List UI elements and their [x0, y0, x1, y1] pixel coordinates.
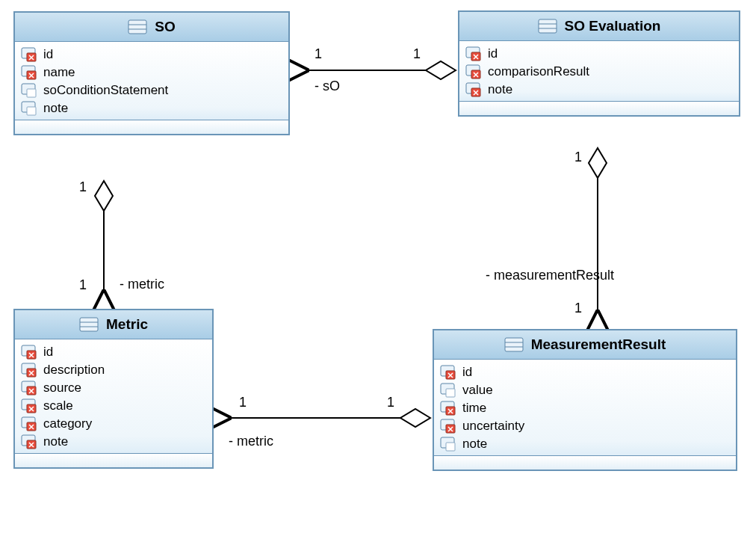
svg-rect-39: [505, 338, 523, 351]
class-title: SO: [15, 13, 288, 42]
attr-name: note: [488, 82, 512, 97]
attr-row[interactable]: soConditionStatement: [21, 82, 282, 99]
svg-rect-14: [27, 107, 36, 115]
class-icon: [538, 19, 557, 34]
property-icon: [440, 383, 456, 398]
svg-rect-45: [446, 389, 455, 397]
svg-rect-51: [446, 443, 455, 451]
assoc-so-to-metric: [95, 181, 113, 292]
property-icon: [465, 64, 482, 79]
uml-diagram-canvas: SO id name soConditionStatement note SO …: [0, 0, 756, 551]
class-footer: [15, 120, 288, 134]
property-icon: [440, 419, 456, 434]
svg-rect-12: [27, 89, 36, 97]
attr-row[interactable]: id: [440, 364, 730, 381]
class-title-text: Metric: [106, 316, 148, 333]
svg-rect-24: [80, 318, 98, 331]
attr-row[interactable]: id: [21, 46, 282, 63]
property-icon: [440, 401, 456, 416]
property-icon: [21, 363, 37, 378]
attr-row[interactable]: value: [440, 382, 730, 398]
class-icon: [128, 19, 147, 34]
assoc-soeval-to-measres: [589, 148, 607, 313]
attr-row[interactable]: note: [440, 436, 730, 452]
role-label: - metric: [229, 434, 273, 449]
property-icon: [21, 381, 37, 395]
attr-name: category: [43, 416, 92, 431]
property-icon: [21, 398, 37, 413]
multiplicity-label: 1: [413, 46, 421, 62]
attr-row[interactable]: note: [465, 81, 733, 98]
property-icon: [21, 345, 37, 360]
attr-name: note: [43, 101, 68, 116]
class-title: MeasurementResult: [434, 330, 736, 360]
attr-row[interactable]: source: [21, 380, 206, 396]
svg-rect-4: [128, 20, 146, 34]
attr-name: time: [462, 401, 486, 416]
attr-row[interactable]: id: [21, 344, 206, 360]
attr-name: name: [43, 65, 75, 80]
svg-rect-15: [539, 19, 557, 33]
class-so[interactable]: SO id name soConditionStatement note: [13, 11, 290, 135]
property-icon: [21, 65, 37, 80]
property-icon: [21, 83, 37, 98]
attr-row[interactable]: scale: [21, 398, 206, 414]
property-icon: [465, 46, 482, 61]
class-title-text: SO Evaluation: [565, 18, 661, 34]
attr-row[interactable]: time: [440, 400, 730, 416]
class-footer: [459, 102, 739, 115]
class-title-text: SO: [155, 19, 175, 35]
class-attrs: id comparisonResult note: [459, 41, 739, 102]
multiplicity-label: 1: [387, 395, 394, 410]
assoc-measres-to-metric: [229, 409, 430, 427]
class-metric[interactable]: Metric id description source scale categ…: [13, 309, 214, 469]
attr-row[interactable]: category: [21, 416, 206, 432]
attr-name: id: [43, 47, 53, 62]
attr-name: value: [462, 383, 493, 398]
multiplicity-label: 1: [315, 46, 322, 62]
attr-row[interactable]: uncertainty: [440, 418, 730, 434]
multiplicity-label: 1: [239, 395, 247, 410]
attr-name: soConditionStatement: [43, 83, 168, 98]
property-icon: [21, 47, 37, 62]
attr-name: id: [462, 365, 472, 380]
property-icon: [21, 101, 37, 116]
attr-name: uncertainty: [462, 419, 524, 434]
property-icon: [21, 416, 37, 431]
role-label: - sO: [315, 79, 340, 94]
attr-row[interactable]: note: [21, 100, 282, 117]
class-icon: [79, 317, 99, 332]
property-icon: [440, 437, 456, 452]
attr-name: id: [488, 46, 498, 61]
multiplicity-label: 1: [574, 301, 582, 316]
class-attrs: id description source scale category not…: [15, 339, 212, 454]
attr-row[interactable]: note: [21, 434, 206, 450]
attr-name: id: [43, 345, 53, 360]
assoc-soeval-to-so: [306, 61, 456, 79]
class-footer: [15, 454, 212, 467]
class-footer: [434, 456, 736, 470]
class-title-text: MeasurementResult: [531, 336, 666, 353]
class-attrs: id name soConditionStatement note: [15, 42, 288, 120]
multiplicity-label: 1: [574, 150, 582, 165]
class-icon: [504, 337, 524, 352]
class-attrs: id value time uncertainty note: [434, 360, 736, 456]
role-label: - metric: [120, 277, 164, 292]
property-icon: [440, 365, 456, 380]
attr-row[interactable]: name: [21, 64, 282, 81]
multiplicity-label: 1: [79, 179, 87, 195]
attr-name: comparisonResult: [488, 64, 589, 79]
property-icon: [465, 82, 482, 97]
attr-row[interactable]: id: [465, 46, 733, 62]
class-so-evaluation[interactable]: SO Evaluation id comparisonResult note: [458, 10, 740, 117]
attr-name: scale: [43, 398, 73, 413]
attr-name: source: [43, 381, 81, 395]
class-title: Metric: [15, 310, 212, 339]
attr-name: note: [43, 434, 68, 449]
attr-name: note: [462, 437, 487, 452]
attr-row[interactable]: comparisonResult: [465, 64, 733, 80]
role-label: - measurementResult: [486, 268, 614, 283]
property-icon: [21, 434, 37, 449]
attr-row[interactable]: description: [21, 362, 206, 378]
class-measurement-result[interactable]: MeasurementResult id value time uncertai…: [433, 329, 737, 471]
